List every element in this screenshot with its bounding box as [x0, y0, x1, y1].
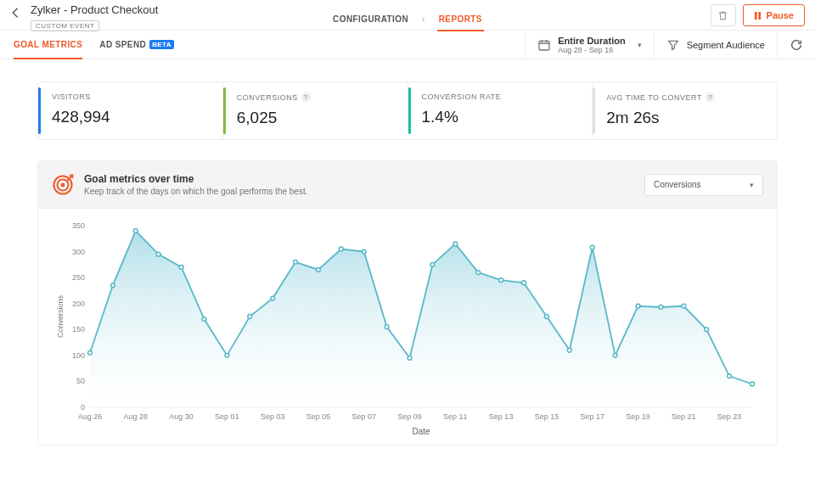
svg-text:350: 350	[72, 221, 85, 230]
svg-rect-2	[539, 41, 549, 50]
svg-text:Sep 07: Sep 07	[351, 412, 376, 421]
svg-point-37	[590, 245, 594, 249]
svg-text:Sep 03: Sep 03	[261, 412, 285, 421]
svg-text:Sep 15: Sep 15	[535, 412, 559, 421]
svg-text:Sep 01: Sep 01	[215, 412, 239, 421]
target-icon	[52, 174, 74, 196]
svg-point-32	[476, 271, 481, 275]
rate-value: 1.4%	[422, 108, 579, 126]
filter-icon	[666, 38, 680, 52]
tab-configuration[interactable]: CONFIGURATION	[331, 14, 410, 24]
conversion-chart: 050100150200250300350Aug 26Aug 28Aug 30S…	[48, 217, 767, 438]
panel-subtitle: Keep track of the days on which the goal…	[84, 187, 307, 196]
duration-label: Entire Duration	[558, 36, 625, 46]
svg-text:Aug 28: Aug 28	[124, 412, 149, 421]
svg-point-26	[339, 247, 343, 251]
card-avg-time: AVG TIME TO CONVERT ? 2m 26s	[592, 82, 777, 139]
svg-text:Sep 09: Sep 09	[397, 412, 422, 421]
svg-point-34	[522, 281, 526, 285]
svg-point-17	[133, 229, 138, 233]
tab-reports[interactable]: REPORTS	[437, 14, 484, 24]
svg-point-5	[61, 182, 65, 187]
svg-point-40	[659, 305, 663, 310]
svg-point-35	[545, 315, 549, 319]
delete-button[interactable]	[711, 4, 736, 26]
beta-badge: BETA	[149, 40, 174, 49]
visitors-value: 428,994	[52, 108, 209, 126]
subtab-ad-spend-label: AD SPEND	[99, 40, 146, 49]
svg-text:Sep 23: Sep 23	[717, 412, 742, 421]
svg-point-30	[430, 262, 435, 266]
segment-label: Segment Audience	[687, 40, 765, 50]
conversions-value: 6,025	[237, 109, 394, 127]
svg-text:Sep 19: Sep 19	[626, 412, 650, 421]
svg-point-41	[682, 304, 686, 308]
chevron-down-icon: ▾	[750, 181, 754, 189]
svg-point-28	[385, 325, 389, 329]
help-icon[interactable]: ?	[705, 92, 715, 102]
svg-text:Sep 05: Sep 05	[306, 412, 331, 421]
refresh-button[interactable]	[777, 31, 815, 59]
svg-text:150: 150	[72, 325, 85, 333]
svg-text:Sep 13: Sep 13	[489, 412, 514, 421]
svg-point-36	[567, 348, 571, 352]
svg-text:Conversions: Conversions	[56, 294, 65, 338]
svg-point-33	[499, 278, 503, 283]
svg-text:Sep 11: Sep 11	[443, 412, 468, 421]
svg-text:Date: Date	[412, 427, 430, 436]
metric-selected: Conversions	[654, 180, 701, 189]
svg-point-42	[705, 328, 709, 332]
card-visitors: VISITORS 428,994	[38, 82, 222, 139]
card-conversions: CONVERSIONS ? 6,025	[222, 82, 408, 139]
pause-button[interactable]: Pause	[743, 4, 805, 26]
svg-point-27	[362, 249, 366, 254]
stat-cards: VISITORS 428,994 CONVERSIONS ? 6,025 CON…	[37, 81, 778, 140]
rate-label: CONVERSION RATE	[422, 92, 502, 101]
top-tabs: CONFIGURATION › REPORTS	[331, 3, 484, 34]
svg-point-15	[88, 350, 93, 355]
metric-select[interactable]: Conversions ▾	[644, 174, 763, 196]
svg-text:0: 0	[81, 403, 85, 412]
segment-audience-button[interactable]: Segment Audience	[654, 31, 777, 59]
svg-text:50: 50	[76, 377, 85, 385]
svg-point-39	[636, 304, 640, 308]
conversions-label: CONVERSIONS	[237, 93, 298, 102]
subtab-goal-metrics[interactable]: GOAL METRICS	[14, 31, 82, 59]
svg-point-43	[728, 374, 732, 378]
svg-text:Aug 26: Aug 26	[78, 412, 103, 421]
svg-text:300: 300	[72, 248, 85, 256]
svg-text:Sep 21: Sep 21	[672, 412, 696, 421]
pause-icon	[754, 12, 762, 20]
chart-panel: Goal metrics over time Keep track of the…	[37, 160, 778, 445]
page-title: Zylker - Product Checkout	[31, 3, 158, 16]
back-icon[interactable]	[8, 5, 24, 20]
chevron-right-icon: ›	[422, 14, 425, 24]
svg-rect-0	[754, 12, 756, 20]
svg-rect-1	[758, 12, 761, 20]
svg-point-21	[225, 353, 229, 357]
time-value: 2m 26s	[606, 109, 763, 127]
svg-point-24	[294, 260, 298, 264]
pause-label: Pause	[767, 10, 794, 20]
panel-title: Goal metrics over time	[84, 173, 307, 185]
svg-point-19	[179, 266, 183, 270]
svg-text:100: 100	[72, 351, 85, 360]
svg-text:200: 200	[72, 300, 85, 308]
duration-range: Aug 28 - Sep 16	[558, 46, 625, 54]
svg-point-38	[613, 353, 617, 357]
svg-point-25	[317, 268, 321, 272]
svg-text:Aug 30: Aug 30	[169, 412, 194, 421]
svg-text:Sep 17: Sep 17	[580, 412, 604, 421]
duration-picker[interactable]: Entire Duration Aug 28 - Sep 16 ▾	[525, 31, 653, 59]
visitors-label: VISITORS	[52, 92, 91, 101]
svg-point-31	[453, 242, 458, 246]
help-icon[interactable]: ?	[301, 92, 311, 102]
svg-point-16	[110, 283, 115, 288]
svg-point-22	[248, 315, 252, 319]
chevron-down-icon: ▾	[638, 41, 642, 49]
card-conversion-rate: CONVERSION RATE 1.4%	[408, 82, 593, 139]
refresh-icon	[790, 38, 803, 52]
subtab-ad-spend[interactable]: AD SPEND BETA	[99, 31, 174, 59]
svg-point-29	[408, 356, 412, 361]
time-label: AVG TIME TO CONVERT	[606, 93, 702, 102]
